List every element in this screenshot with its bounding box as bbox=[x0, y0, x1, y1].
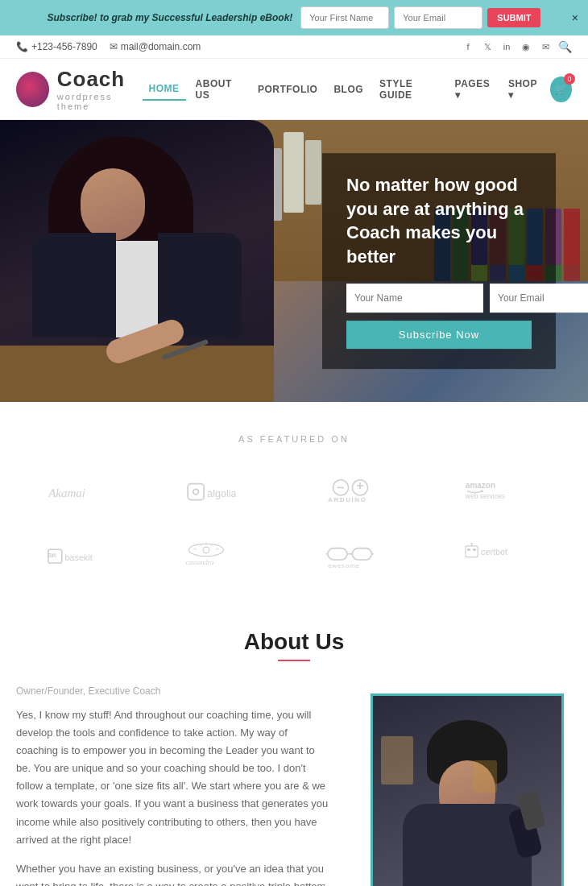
svg-text:ARDUINO: ARDUINO bbox=[328, 496, 367, 503]
svg-text:web services: web services bbox=[465, 491, 505, 499]
about-text: Owner/Founder, Executive Coach Yes, I kn… bbox=[16, 685, 330, 886]
nav-about[interactable]: ABOUT US bbox=[189, 73, 248, 106]
svg-rect-1 bbox=[188, 484, 204, 500]
hero-background: No matter how good you are at anything a… bbox=[0, 120, 588, 402]
nav-home[interactable]: HOME bbox=[143, 78, 186, 101]
top-banner: Subscribe! to grab my Successful Leaders… bbox=[0, 0, 588, 35]
facebook-icon[interactable]: f bbox=[462, 40, 474, 53]
about-image-container bbox=[354, 685, 572, 886]
svg-point-34 bbox=[470, 543, 472, 544]
logo-cassandra: cassandra bbox=[159, 532, 291, 581]
banner-text: Subscribe! to grab my Successful Leaders… bbox=[48, 12, 293, 23]
email-contact: ✉ mail@domain.com bbox=[110, 41, 201, 52]
svg-text:algolia: algolia bbox=[207, 489, 236, 500]
about-image-frame bbox=[371, 693, 564, 886]
cart-button[interactable]: 🛒 0 bbox=[550, 77, 572, 102]
header: Coach WordPress theme HOME ABOUT US PORT… bbox=[0, 59, 588, 120]
email-icon: ✉ bbox=[110, 41, 118, 52]
logos-grid: Akamai algolia ARDUINO bbox=[20, 468, 568, 581]
logo-arduino: ARDUINO bbox=[298, 468, 429, 516]
akamai-svg: Akamai bbox=[45, 478, 126, 505]
logo-title: Coach bbox=[57, 67, 143, 92]
awesome-svg: awesome bbox=[325, 540, 402, 573]
nav-portfolio[interactable]: PORTFOLIO bbox=[251, 79, 325, 100]
featured-section: AS FEATURED ON Akamai algolia AR bbox=[0, 402, 588, 597]
cassandra-svg: cassandra bbox=[184, 541, 265, 572]
logo-text: Coach WordPress theme bbox=[57, 67, 143, 111]
nav-shop[interactable]: SHOP ▾ bbox=[502, 73, 547, 106]
search-icon[interactable]: 🔍 bbox=[558, 40, 572, 53]
nav-style-guide[interactable]: STYLE GUIDE bbox=[373, 73, 445, 106]
logo-aws: amazon web services bbox=[437, 468, 569, 516]
cart-badge: 0 bbox=[564, 73, 575, 85]
shelf-item bbox=[305, 140, 321, 205]
hero-section: No matter how good you are at anything a… bbox=[0, 120, 588, 402]
about-divider bbox=[278, 660, 310, 661]
aws-svg: amazon web services bbox=[462, 478, 543, 507]
nav-pages[interactable]: PAGES ▾ bbox=[449, 73, 499, 106]
banner-email-input[interactable] bbox=[394, 6, 482, 29]
logo-subtitle: WordPress theme bbox=[57, 92, 143, 111]
svg-rect-31 bbox=[467, 549, 470, 551]
envelope-icon[interactable]: ✉ bbox=[539, 40, 552, 53]
shelf-item bbox=[284, 132, 304, 213]
email-address: mail@domain.com bbox=[121, 41, 201, 52]
svg-point-2 bbox=[193, 490, 199, 495]
svg-text:awesome: awesome bbox=[328, 562, 360, 569]
about-image-inner bbox=[373, 696, 561, 886]
algolia-svg: algolia bbox=[184, 478, 265, 505]
about-para2: Whether you have an existing business, o… bbox=[16, 860, 330, 886]
featured-label: AS FEATURED ON bbox=[16, 434, 572, 444]
svg-rect-25 bbox=[353, 549, 372, 560]
svg-text:cassandra: cassandra bbox=[185, 558, 213, 566]
logo-algolia: algolia bbox=[159, 468, 291, 516]
phone-icon: 📞 bbox=[16, 41, 28, 52]
svg-point-16 bbox=[188, 544, 223, 556]
banner-italic-text: eBook! bbox=[260, 12, 293, 23]
hero-title: No matter how good you are at anything a… bbox=[346, 173, 532, 269]
nav-blog[interactable]: BLOG bbox=[327, 79, 370, 100]
top-bar-social: f 𝕏 in ◉ ✉ 🔍 bbox=[462, 40, 572, 53]
logo-circle bbox=[16, 72, 49, 107]
hero-content-box: No matter how good you are at anything a… bbox=[322, 153, 556, 369]
about-title: About Us bbox=[16, 629, 572, 655]
face-shape bbox=[81, 168, 145, 241]
instagram-icon[interactable]: ◉ bbox=[520, 40, 532, 53]
svg-text:basekit: basekit bbox=[65, 553, 93, 562]
svg-rect-30 bbox=[466, 546, 478, 557]
hero-inputs bbox=[346, 284, 532, 313]
binder bbox=[564, 209, 580, 265]
banner-submit-button[interactable]: SUBMIT bbox=[487, 8, 540, 27]
logo-basekit: BK basekit bbox=[20, 532, 151, 581]
light-shape bbox=[381, 736, 413, 785]
linkedin-icon[interactable]: in bbox=[500, 40, 513, 53]
svg-line-21 bbox=[193, 549, 197, 549]
about-subtitle: Owner/Founder, Executive Coach bbox=[16, 685, 330, 697]
banner-main-text: Subscribe! to grab my Successful Leaders… bbox=[48, 12, 258, 23]
logo-certbot: certbot bbox=[437, 532, 569, 581]
about-content: Owner/Founder, Executive Coach Yes, I kn… bbox=[16, 685, 572, 886]
svg-text:amazon: amazon bbox=[466, 481, 495, 490]
svg-point-17 bbox=[203, 547, 209, 553]
banner-firstname-input[interactable] bbox=[300, 6, 389, 29]
svg-rect-24 bbox=[328, 549, 347, 560]
hero-form: Subscribe Now bbox=[346, 284, 532, 349]
basekit-svg: BK basekit bbox=[45, 544, 126, 569]
top-bar-contact: 📞 +123-456-7890 ✉ mail@domain.com bbox=[16, 41, 201, 52]
hero-person bbox=[0, 120, 274, 402]
svg-text:certbot: certbot bbox=[481, 547, 507, 557]
phone-contact: 📞 +123-456-7890 bbox=[16, 41, 97, 52]
certbot-svg: certbot bbox=[462, 543, 543, 571]
hero-name-input[interactable] bbox=[346, 284, 483, 313]
banner-close-button[interactable]: × bbox=[572, 11, 578, 24]
top-bar: 📞 +123-456-7890 ✉ mail@domain.com f 𝕏 in… bbox=[0, 35, 588, 59]
hero-email-input[interactable] bbox=[490, 284, 588, 313]
twitter-icon[interactable]: 𝕏 bbox=[481, 40, 494, 53]
main-nav: HOME ABOUT US PORTFOLIO BLOG STYLE GUIDE… bbox=[143, 73, 572, 106]
hero-subscribe-button[interactable]: Subscribe Now bbox=[346, 321, 532, 349]
logo: Coach WordPress theme bbox=[16, 67, 143, 111]
light-shape2 bbox=[473, 760, 497, 793]
svg-text:BK: BK bbox=[48, 552, 57, 559]
banner-form: SUBMIT bbox=[300, 6, 540, 29]
svg-line-22 bbox=[215, 549, 218, 549]
